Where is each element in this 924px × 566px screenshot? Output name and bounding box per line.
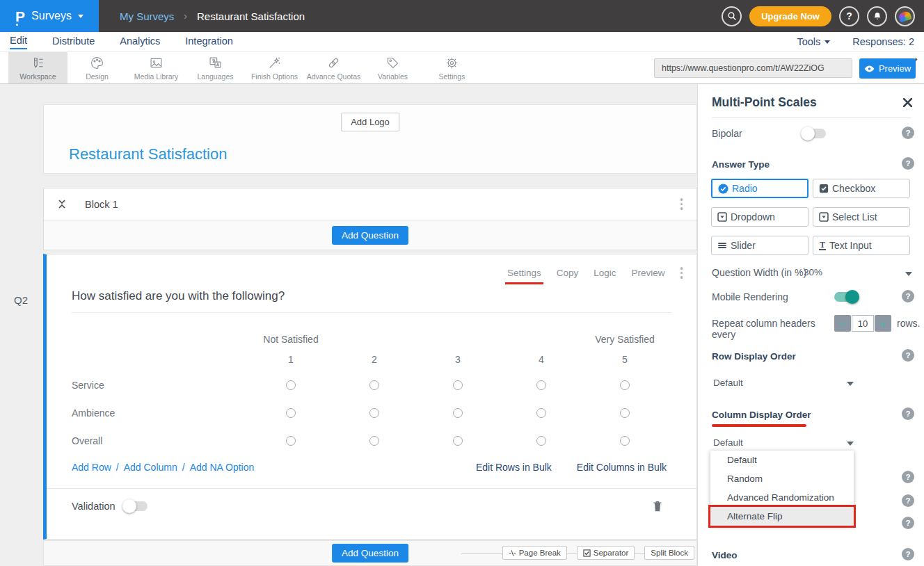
tab-distribute[interactable]: Distribute: [52, 35, 95, 49]
help-button[interactable]: ?: [839, 6, 859, 26]
question-tab-settings[interactable]: Settings: [507, 268, 541, 284]
row-label-service[interactable]: Service: [72, 371, 249, 399]
answer-type-checkbox[interactable]: Checkbox: [813, 179, 910, 198]
validation-toggle[interactable]: [124, 501, 148, 511]
toolbar-item-settings[interactable]: Settings: [422, 52, 481, 83]
bipolar-help-icon[interactable]: ?: [902, 127, 914, 139]
row-label-overall[interactable]: Overall: [72, 427, 249, 455]
toolbar-item-variables[interactable]: Variables: [363, 52, 422, 83]
answer-type-help-icon[interactable]: ?: [902, 157, 914, 170]
hidden-setting-help-icon[interactable]: ?: [902, 471, 914, 483]
option-advanced-randomization[interactable]: Advanced Randomization: [710, 488, 854, 507]
upgrade-now-button[interactable]: Upgrade Now: [749, 6, 831, 26]
radio-option[interactable]: [286, 436, 296, 446]
block-menu-button[interactable]: [680, 198, 683, 210]
radio-option[interactable]: [536, 408, 546, 418]
text-input-icon: T: [819, 241, 826, 250]
toolbar-item-advance-quotas[interactable]: Advance Quotas: [304, 52, 363, 83]
chevron-down-icon[interactable]: [847, 442, 854, 446]
page-break-button[interactable]: Page Break: [502, 546, 567, 560]
toolbar-item-finish-options[interactable]: Finish Options: [245, 52, 304, 83]
product-menu[interactable]: P Surveys: [0, 0, 99, 32]
radio-option[interactable]: [453, 408, 463, 418]
mobile-rendering-toggle[interactable]: [834, 292, 858, 302]
hidden-setting-help-icon[interactable]: ?: [902, 517, 914, 529]
question-tab-preview[interactable]: Preview: [631, 268, 664, 284]
answer-type-radio[interactable]: Radio: [711, 179, 808, 198]
radio-option[interactable]: [369, 380, 379, 390]
add-row-link[interactable]: Add Row: [72, 462, 111, 473]
responses-count[interactable]: Responses: 2: [852, 36, 914, 47]
add-question-button-bottom[interactable]: Add Question: [332, 544, 408, 563]
edit-rows-bulk-link[interactable]: Edit Rows in Bulk: [476, 462, 552, 473]
validation-row: Validation: [47, 489, 696, 512]
chevron-down-icon[interactable]: [847, 382, 854, 386]
split-block-button[interactable]: Split Block: [644, 546, 694, 560]
tab-edit[interactable]: Edit: [10, 35, 27, 49]
radio-option[interactable]: [620, 436, 630, 446]
toolbar-item-media-library[interactable]: Media Library: [127, 52, 186, 83]
delete-question-button[interactable]: [652, 500, 663, 512]
preview-button[interactable]: Preview: [859, 58, 916, 79]
radio-option[interactable]: [620, 408, 630, 418]
radio-option[interactable]: [286, 408, 296, 418]
add-column-link[interactable]: Add Column: [124, 462, 177, 473]
hidden-setting-help-icon[interactable]: ?: [902, 494, 914, 507]
survey-title[interactable]: Restaurant Satisfaction: [69, 145, 227, 163]
notifications-button[interactable]: [867, 6, 887, 26]
answer-type-dropdown[interactable]: Dropdown: [711, 207, 808, 227]
toolbar-item-design[interactable]: Design: [67, 52, 127, 83]
add-logo-button[interactable]: Add Logo: [341, 113, 399, 131]
answer-type-select-list[interactable]: Select List: [813, 207, 910, 227]
collapse-icon[interactable]: [58, 199, 66, 209]
row-label-ambience[interactable]: Ambience: [72, 399, 249, 427]
question-title[interactable]: How satisfied are you with the following…: [72, 289, 671, 303]
increment-button[interactable]: +: [875, 315, 891, 332]
separator-button[interactable]: Separator: [577, 546, 635, 560]
radio-option[interactable]: [620, 380, 630, 390]
question-tab-copy[interactable]: Copy: [557, 268, 579, 284]
tab-integration[interactable]: Integration: [185, 35, 233, 49]
mobile-rendering-help-icon[interactable]: ?: [902, 290, 914, 302]
question-menu-button[interactable]: [680, 267, 683, 285]
radio-option[interactable]: [536, 436, 546, 446]
row-display-order-select[interactable]: Default: [713, 378, 743, 388]
question-tab-logic[interactable]: Logic: [594, 268, 616, 284]
option-default[interactable]: Default: [710, 451, 854, 469]
bipolar-label: Bipolar: [712, 128, 742, 139]
close-panel-button[interactable]: [902, 97, 914, 108]
answer-type-text-input[interactable]: T Text Input: [813, 236, 910, 255]
radio-option[interactable]: [369, 408, 379, 418]
radio-option[interactable]: [453, 380, 463, 390]
option-alternate-flip[interactable]: Alternate Flip: [710, 507, 854, 526]
repeat-headers-value[interactable]: 10: [852, 315, 874, 332]
add-question-button[interactable]: Add Question: [332, 226, 408, 245]
account-avatar[interactable]: [895, 6, 915, 26]
tools-menu[interactable]: Tools: [797, 36, 830, 47]
add-na-option-link[interactable]: Add NA Option: [190, 462, 255, 473]
block-title[interactable]: Block 1: [85, 199, 118, 210]
toolbar-item-workspace[interactable]: Workspace: [8, 52, 67, 83]
answer-type-slider[interactable]: Slider: [711, 236, 808, 255]
chevron-down-icon[interactable]: [905, 272, 912, 276]
toolbar-item-languages[interactable]: Languages: [186, 52, 245, 83]
tab-analytics[interactable]: Analytics: [120, 35, 160, 49]
row-display-order-help-icon[interactable]: ?: [902, 349, 914, 362]
question-width-value[interactable]: 30%: [804, 267, 822, 277]
decrement-button[interactable]: −: [834, 315, 851, 332]
edit-columns-bulk-link[interactable]: Edit Columns in Bulk: [577, 462, 667, 473]
video-help-icon[interactable]: ?: [902, 548, 914, 560]
radio-option[interactable]: [369, 436, 379, 446]
breadcrumb-parent[interactable]: My Surveys: [120, 10, 174, 22]
radio-check-icon: [718, 184, 728, 194]
column-display-order-select[interactable]: Default: [713, 437, 743, 448]
column-display-order-help-icon[interactable]: ?: [902, 407, 914, 420]
answer-type-label-text: Dropdown: [731, 211, 775, 223]
radio-option[interactable]: [286, 380, 296, 390]
bipolar-toggle[interactable]: [802, 129, 826, 138]
radio-option[interactable]: [453, 436, 463, 446]
survey-url-field[interactable]: https://www.questionpro.com/t/AW22ZiOG: [654, 58, 852, 78]
option-random[interactable]: Random: [710, 469, 854, 488]
search-button[interactable]: [722, 6, 742, 26]
radio-option[interactable]: [536, 380, 546, 390]
